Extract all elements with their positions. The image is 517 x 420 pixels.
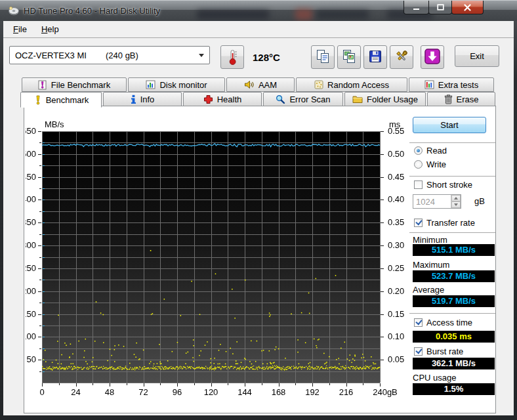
copy-text-icon <box>315 49 331 66</box>
spinner-down-button[interactable] <box>451 201 461 208</box>
tab-label: Folder Usage <box>367 94 418 104</box>
burst-rate-label: Burst rate <box>426 346 463 356</box>
tab-info[interactable]: Info <box>103 92 182 106</box>
minimum-value: 515.1 MB/s <box>413 244 495 256</box>
info-icon <box>131 94 136 104</box>
temperature-value: 128°C <box>253 52 280 63</box>
access-time-label: Access time <box>426 318 472 327</box>
aam-icon <box>244 80 255 89</box>
exit-button[interactable]: Exit <box>455 45 499 67</box>
short-stroke-unit: gB <box>474 196 485 206</box>
save-button[interactable] <box>363 45 387 69</box>
tab-label: Extra tests <box>438 80 478 90</box>
save-icon <box>368 49 383 66</box>
burst-rate-value: 362.1 MB/s <box>413 358 495 369</box>
tab-disk-monitor[interactable]: Disk monitor <box>128 77 225 92</box>
close-button[interactable] <box>451 1 484 14</box>
settings-button[interactable] <box>390 45 413 69</box>
transfer-rate-row[interactable]: Transfer rate <box>414 218 475 228</box>
cpu-usage-label: CPU usage <box>413 373 456 383</box>
transfer-rate-label: Transfer rate <box>426 218 475 228</box>
maximum-value: 523.7 MB/s <box>413 270 495 282</box>
health-icon <box>203 94 213 104</box>
menu-item-file[interactable]: File <box>6 22 34 36</box>
titlebar-glass-reflection <box>197 10 269 19</box>
short-stroke-checkbox[interactable] <box>414 180 423 189</box>
benchmark-controls: Start Read Write Short stroke 1024 <box>409 106 497 413</box>
extra-tests-icon <box>424 80 434 89</box>
access-time-row[interactable]: Access time <box>414 318 472 327</box>
divider <box>409 313 495 314</box>
divider <box>409 142 495 143</box>
cpu-usage-value: 1.5% <box>413 383 495 395</box>
tab-label: File Benchmark <box>51 80 110 90</box>
update-icon <box>424 48 441 67</box>
menu-bar: FileHelp <box>3 21 514 38</box>
toolbar: OCZ-VERTEX3 MI (240 gB) 128°C Exit <box>3 39 514 77</box>
read-radio[interactable] <box>414 146 423 155</box>
app-icon <box>8 5 20 17</box>
minimum-label: Minimum <box>413 235 447 245</box>
spinner-up-button[interactable] <box>451 195 461 201</box>
tab-benchmark[interactable]: Benchmark <box>20 92 102 108</box>
benchmark-icon <box>33 95 42 105</box>
tab-erase[interactable]: Erase <box>427 92 495 106</box>
tab-label: Disk monitor <box>159 80 207 90</box>
burst-rate-checkbox[interactable] <box>414 347 423 356</box>
tab-health[interactable]: Health <box>183 92 262 106</box>
erase-icon <box>444 94 453 104</box>
tab-label: Benchmark <box>46 95 89 105</box>
transfer-rate-checkbox[interactable] <box>414 219 423 227</box>
write-radio[interactable] <box>414 160 423 169</box>
short-stroke-size-value: 1024 <box>413 195 451 208</box>
update-button[interactable] <box>421 45 444 69</box>
spinner-arrows <box>451 195 461 208</box>
temperature-button[interactable] <box>220 45 244 69</box>
divider <box>409 176 495 177</box>
tab-error-scan[interactable]: Error Scan <box>263 92 343 106</box>
short-stroke-row[interactable]: Short stroke <box>414 180 472 190</box>
benchmark-panel: Start Read Write Short stroke 1024 <box>24 106 496 413</box>
tab-row-secondary: File BenchmarkDisk monitorAAMRandom Acce… <box>22 77 495 92</box>
titlebar[interactable]: HD Tune Pro 4.60 - Hard Disk Utility <box>0 0 517 21</box>
app-window: HD Tune Pro 4.60 - Hard Disk Utility Fil… <box>0 0 517 420</box>
tab-random-access[interactable]: Random Access <box>296 77 407 92</box>
read-label: Read <box>426 146 447 156</box>
tab-folder-usage[interactable]: Folder Usage <box>344 92 426 106</box>
menu-item-help[interactable]: Help <box>34 22 66 36</box>
random-access-icon <box>314 80 323 89</box>
start-button[interactable]: Start <box>413 117 486 133</box>
thermometer-icon <box>224 49 240 66</box>
tab-file-benchmark[interactable]: File Benchmark <box>22 77 127 92</box>
access-time-checkbox[interactable] <box>414 318 423 327</box>
tab-label: Error Scan <box>289 94 330 104</box>
titlebar-glass-reflection <box>316 10 369 19</box>
file-benchmark-icon <box>38 80 47 90</box>
tab-extra-tests[interactable]: Extra tests <box>409 77 494 92</box>
short-stroke-size-spinner[interactable]: 1024 <box>413 194 461 209</box>
average-value: 519.7 MB/s <box>413 295 495 307</box>
maximize-button[interactable] <box>428 1 452 14</box>
access-time-value: 0.035 ms <box>413 331 495 343</box>
tab-label: Erase <box>457 94 479 104</box>
read-radio-row[interactable]: Read <box>414 146 447 156</box>
copy-image-button[interactable] <box>337 45 361 69</box>
tab-label: Info <box>140 94 155 104</box>
window-controls <box>404 1 484 14</box>
write-radio-row[interactable]: Write <box>414 159 446 169</box>
drive-model: OCZ-VERTEX3 MI <box>15 51 106 60</box>
tab-aam[interactable]: AAM <box>226 77 295 92</box>
folder-usage-icon <box>352 94 363 104</box>
copy-image-icon <box>341 49 357 66</box>
copy-text-button[interactable] <box>311 45 335 69</box>
average-label: Average <box>413 285 444 295</box>
tab-row-primary: BenchmarkInfoHealthError ScanFolder Usag… <box>20 92 497 106</box>
disk-monitor-icon <box>146 80 155 89</box>
settings-icon <box>394 49 409 66</box>
drive-size: (240 gB) <box>106 51 199 60</box>
write-label: Write <box>426 159 446 169</box>
minimize-button[interactable] <box>403 1 429 14</box>
drive-select-dropdown[interactable]: OCZ-VERTEX3 MI (240 gB) <box>9 46 210 64</box>
burst-rate-row[interactable]: Burst rate <box>414 346 463 356</box>
error-scan-icon <box>276 94 285 104</box>
